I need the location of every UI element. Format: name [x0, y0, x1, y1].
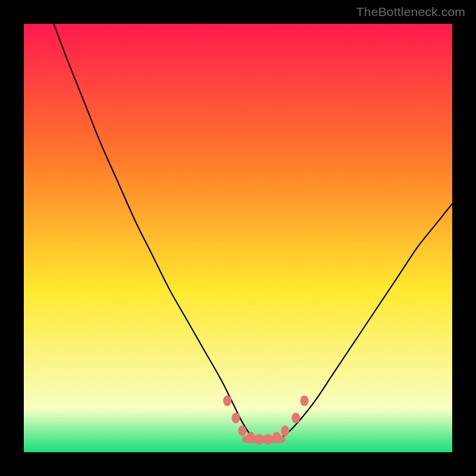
- curve-marker: [264, 434, 272, 444]
- chart-frame: TheBottleneck.com: [0, 0, 476, 476]
- curve-marker: [273, 432, 281, 443]
- curve-marker: [255, 434, 264, 444]
- curve-marker: [281, 425, 289, 436]
- curve-marker: [247, 432, 255, 443]
- curve-marker: [300, 396, 309, 406]
- plot-area: [24, 24, 452, 452]
- curve-marker: [292, 412, 300, 423]
- curve-marker: [223, 396, 231, 406]
- curve-marker: [238, 425, 246, 436]
- curve-marker: [231, 412, 240, 423]
- watermark-text: TheBottleneck.com: [356, 5, 465, 19]
- flat-region-markers: [24, 24, 452, 452]
